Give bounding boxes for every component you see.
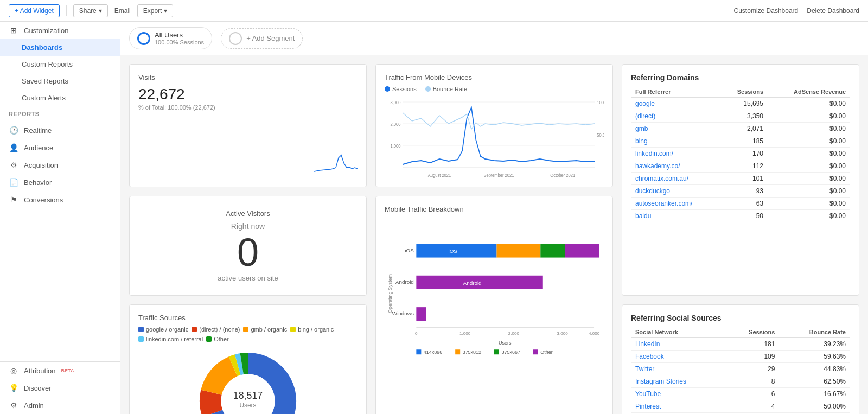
share-button[interactable]: Share ▾ — [73, 4, 108, 17]
sessions-cell: 3,350 — [720, 110, 768, 123]
legend-google-organic: google / organic — [138, 326, 188, 333]
referrer-cell[interactable]: hawkademy.co/ — [631, 160, 720, 173]
sidebar-item-realtime[interactable]: 🕐 Realtime — [0, 122, 120, 139]
table-row: bing 185 $0.00 — [631, 135, 850, 148]
active-users-label: active users on site — [143, 274, 353, 282]
flag-icon: ⚑ — [9, 195, 18, 204]
referring-social-table: Social Network Sessions Bounce Rate Link… — [631, 327, 850, 413]
network-cell[interactable]: Instagram Stories — [631, 375, 725, 388]
col-revenue-header: AdSense Revenue — [768, 86, 850, 98]
network-cell[interactable]: Twitter — [631, 363, 725, 375]
svg-text:414x896: 414x896 — [424, 349, 442, 355]
referrer-cell[interactable]: baidu — [631, 210, 720, 222]
segment-sub: 100.00% Sessions — [155, 39, 204, 46]
sidebar-item-discover[interactable]: 💡 Discover — [0, 379, 120, 397]
svg-text:2,000: 2,000 — [391, 121, 401, 127]
visits-value: 22,672 — [138, 86, 358, 103]
referrer-cell[interactable]: chromatix.com.au/ — [631, 173, 720, 185]
sessions-cell: 50 — [720, 210, 768, 222]
admin-gear-icon: ⚙ — [9, 401, 18, 410]
delete-dashboard-link[interactable]: Delete Dashboard — [807, 7, 859, 15]
mobile-breakdown-widget: Mobile Traffic Breakdown iOS iOS Android… — [375, 196, 613, 414]
network-cell[interactable]: YouTube — [631, 388, 725, 400]
table-row: (direct) 3,350 $0.00 — [631, 110, 850, 123]
svg-text:Users: Users — [499, 340, 512, 346]
table-row: linkedin.com/ 170 $0.00 — [631, 148, 850, 160]
sidebar-item-acquisition[interactable]: ⚙ Acquisition — [0, 156, 120, 174]
svg-text:October 2021: October 2021 — [550, 172, 575, 178]
sessions-cell: 93 — [720, 185, 768, 198]
svg-text:3,000: 3,000 — [557, 331, 569, 336]
network-cell[interactable]: Pinterest — [631, 400, 725, 413]
email-button[interactable]: Email — [114, 7, 131, 15]
sidebar-item-custom-alerts[interactable]: Custom Alerts — [0, 90, 120, 106]
all-users-segment[interactable]: All Users 100.00% Sessions — [129, 27, 212, 49]
active-visitors-widget: Active Visitors Right now 0 active users… — [129, 196, 367, 296]
referrer-cell[interactable]: (direct) — [631, 110, 720, 123]
bounce-cell: 16.67% — [779, 388, 850, 400]
sessions-cell: 2,071 — [720, 123, 768, 135]
bounce-cell: 50.00% — [779, 400, 850, 413]
col-network-header: Social Network — [631, 327, 725, 338]
sessions-cell: 109 — [725, 351, 780, 363]
donut-chart: 18,517 Users 14.8% 9.1% 69.5% — [194, 347, 302, 414]
sessions-cell: 181 — [725, 338, 780, 351]
bounce-rate-legend: Bounce Rate — [425, 86, 468, 92]
sessions-cell: 63 — [720, 198, 768, 210]
referrer-cell[interactable]: bing — [631, 135, 720, 148]
sidebar-item-audience[interactable]: 👤 Audience — [0, 139, 120, 156]
attribution-beta-badge: BETA — [61, 368, 74, 373]
add-widget-button[interactable]: + Add Widget — [9, 4, 60, 17]
sidebar-item-saved-reports[interactable]: Saved Reports — [0, 73, 120, 90]
svg-rect-37 — [533, 349, 538, 354]
customize-dashboard-link[interactable]: Customize Dashboard — [734, 7, 799, 15]
table-row: duckduckgo 93 $0.00 — [631, 185, 850, 198]
legend-gmb: gmb / organic — [243, 326, 287, 333]
svg-rect-35 — [494, 349, 499, 354]
add-segment-button[interactable]: + Add Segment — [221, 28, 303, 49]
bounce-cell: 62.50% — [779, 375, 850, 388]
svg-text:18,517: 18,517 — [233, 390, 263, 401]
sessions-legend-dot — [385, 86, 390, 92]
svg-text:Windows: Windows — [392, 310, 414, 316]
toolbar-left: + Add Widget Share ▾ Email Export ▾ — [9, 4, 173, 17]
referrer-cell[interactable]: autoseoranker.com/ — [631, 198, 720, 210]
referrer-cell[interactable]: duckduckgo — [631, 185, 720, 198]
sidebar-item-custom-reports[interactable]: Custom Reports — [0, 56, 120, 73]
sidebar-item-conversions[interactable]: ⚑ Conversions — [0, 191, 120, 208]
visits-widget: Visits 22,672 % of Total: 100.00% (22,67… — [129, 64, 367, 187]
sidebar-bottom: ◎ Attribution BETA 💡 Discover ⚙ Admin — [0, 361, 120, 414]
donut-chart-container: 18,517 Users 14.8% 9.1% 69.5% — [138, 347, 358, 414]
table-row: chromatix.com.au/ 101 $0.00 — [631, 173, 850, 185]
svg-text:Android: Android — [463, 280, 482, 286]
traffic-sources-widget: Traffic Sources google / organic (direct… — [129, 304, 367, 414]
svg-rect-33 — [455, 349, 460, 354]
referring-domains-title: Referring Domains — [631, 73, 850, 82]
export-chevron-icon: ▾ — [164, 7, 167, 15]
attribution-icon: ◎ — [9, 366, 18, 375]
referrer-cell[interactable]: google — [631, 98, 720, 110]
export-button[interactable]: Export ▾ — [137, 4, 174, 17]
sidebar-item-dashboards[interactable]: Dashboards — [0, 39, 120, 56]
mobile-breakdown-chart: iOS iOS Android Android Windows Opera — [385, 218, 604, 370]
mobile-chart-legend: Sessions Bounce Rate — [385, 86, 604, 92]
revenue-cell: $0.00 — [768, 160, 850, 173]
svg-rect-31 — [416, 349, 421, 354]
svg-text:1,000: 1,000 — [391, 143, 401, 149]
network-cell[interactable]: Facebook — [631, 351, 725, 363]
sidebar-item-behavior[interactable]: 📄 Behavior — [0, 174, 120, 191]
svg-text:100.00%: 100.00% — [597, 99, 604, 105]
svg-text:3,000: 3,000 — [391, 99, 401, 105]
sessions-cell: 8 — [725, 375, 780, 388]
network-cell[interactable]: LinkedIn — [631, 338, 725, 351]
sidebar-item-attribution[interactable]: ◎ Attribution BETA — [0, 362, 120, 379]
sidebar-item-admin[interactable]: ⚙ Admin — [0, 397, 120, 414]
reports-section-header: REPORTS — [0, 106, 120, 122]
svg-text:August 2021: August 2021 — [428, 172, 451, 178]
revenue-cell: $0.00 — [768, 173, 850, 185]
svg-text:Android: Android — [395, 279, 414, 285]
sessions-cell: 112 — [720, 160, 768, 173]
referrer-cell[interactable]: gmb — [631, 123, 720, 135]
referrer-cell[interactable]: linkedin.com/ — [631, 148, 720, 160]
sidebar-item-customization[interactable]: ⊞ Customization — [0, 22, 120, 39]
